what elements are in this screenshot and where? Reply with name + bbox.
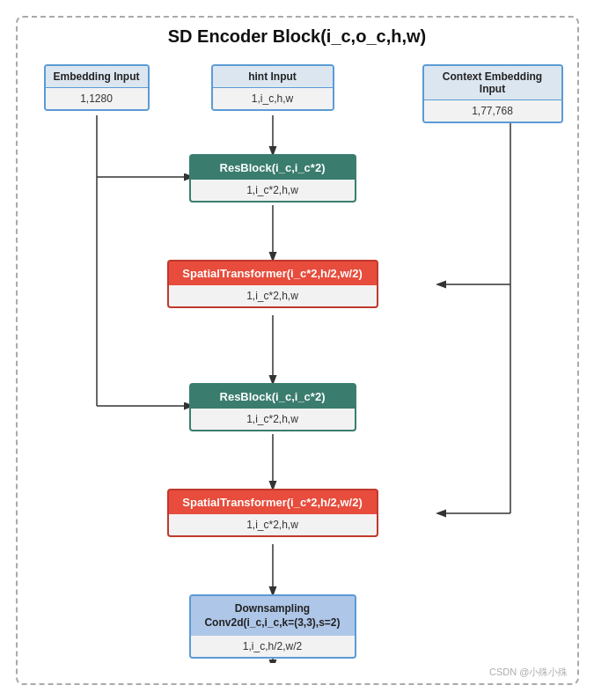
spatial2-title: SpatialTransformer(i_c*2,h/2,w/2) bbox=[169, 490, 377, 514]
content-area: Embedding Input 1,1280 hint Input 1,i_c,… bbox=[26, 55, 568, 663]
spatial1-box: SpatialTransformer(i_c*2,h/2,w/2) 1,i_c*… bbox=[167, 260, 378, 308]
watermark: CSDN @小殊小殊 bbox=[489, 666, 568, 679]
spatial1-title: SpatialTransformer(i_c*2,h/2,w/2) bbox=[169, 262, 377, 285]
spatial1-value: 1,i_c*2,h,w bbox=[169, 285, 377, 306]
hint-input-label: hint Input bbox=[213, 66, 333, 88]
hint-input-box: hint Input 1,i_c,h,w bbox=[211, 64, 334, 111]
downsampling-value: 1,i_c,h/2,w/2 bbox=[191, 636, 355, 657]
resblock1-box: ResBlock(i_c,i_c*2) 1,i_c*2,h,w bbox=[189, 154, 356, 203]
downsampling-box: Downsampling Conv2d(i_c,i_c,k=(3,3),s=2)… bbox=[189, 594, 356, 659]
resblock1-title: ResBlock(i_c,i_c*2) bbox=[191, 156, 355, 180]
resblock2-title: ResBlock(i_c,i_c*2) bbox=[191, 385, 355, 409]
arrows-svg bbox=[26, 55, 568, 663]
context-input-label: Context Embedding Input bbox=[424, 66, 561, 100]
spatial2-box: SpatialTransformer(i_c*2,h/2,w/2) 1,i_c*… bbox=[167, 489, 378, 537]
resblock2-value: 1,i_c*2,h,w bbox=[191, 409, 355, 430]
diagram-title: SD Encoder Block(i_c,o_c,h,w) bbox=[26, 26, 568, 47]
embedding-input-label: Embedding Input bbox=[46, 66, 148, 88]
resblock1-value: 1,i_c*2,h,w bbox=[191, 180, 355, 201]
downsampling-title: Downsampling Conv2d(i_c,i_c,k=(3,3),s=2) bbox=[191, 596, 355, 637]
context-input-box: Context Embedding Input 1,77,768 bbox=[422, 64, 563, 123]
context-input-value: 1,77,768 bbox=[424, 100, 561, 122]
embedding-input-box: Embedding Input 1,1280 bbox=[44, 64, 150, 111]
resblock2-box: ResBlock(i_c,i_c*2) 1,i_c*2,h,w bbox=[189, 383, 356, 431]
diagram-container: SD Encoder Block(i_c,o_c,h,w) bbox=[16, 16, 579, 685]
spatial2-value: 1,i_c*2,h,w bbox=[169, 514, 377, 535]
hint-input-value: 1,i_c,h,w bbox=[213, 88, 333, 109]
embedding-input-value: 1,1280 bbox=[46, 88, 148, 109]
